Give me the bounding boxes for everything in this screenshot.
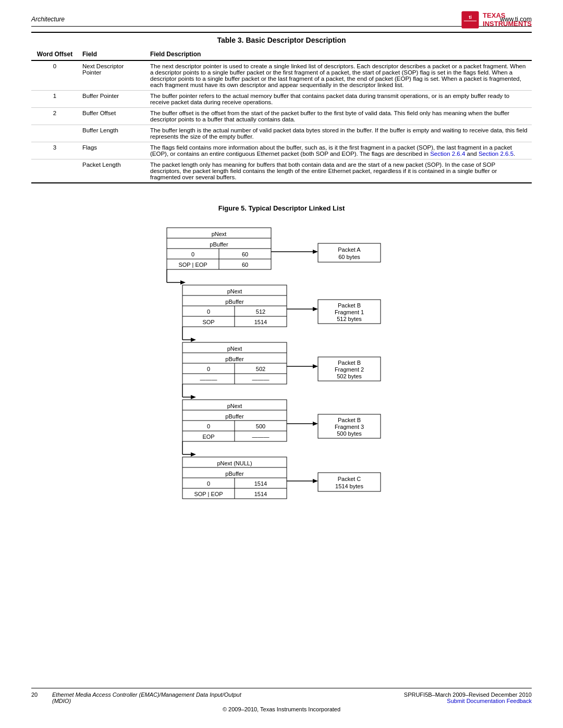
col-header-field: Field [78, 48, 146, 60]
descriptor-table: Word Offset Field Field Description 0 Ne… [31, 48, 532, 183]
desc-buffer-length: The buffer length is the actual number o… [146, 125, 532, 142]
offset-empty-1 [31, 125, 78, 142]
svg-marker-43 [191, 338, 196, 342]
figure-title: Figure 5. Typical Descriptor Linked List [31, 204, 532, 212]
col-header-description: Field Description [146, 48, 532, 60]
table-title: Table 3. Basic Descriptor Description [31, 32, 532, 44]
svg-text:512: 512 [256, 309, 265, 315]
svg-text:———: ——— [252, 434, 270, 440]
svg-text:pNext: pNext [227, 288, 242, 294]
footer-right: SPRUFI5B–March 2009–Revised December 201… [404, 692, 532, 704]
svg-text:60 bytes: 60 bytes [338, 254, 360, 260]
svg-text:512 bytes: 512 bytes [337, 316, 362, 322]
figure-section: Figure 5. Typical Descriptor Linked List… [31, 204, 532, 540]
header-left: Architecture [31, 16, 65, 23]
offset-empty-2 [31, 159, 78, 183]
ti-logo-text: TEXAS INSTRUMENTS [483, 11, 532, 28]
table-row: Buffer Length The buffer length is the a… [31, 125, 532, 142]
svg-text:———: ——— [200, 376, 217, 382]
svg-text:500 bytes: 500 bytes [337, 430, 362, 437]
footer-doc-info-line2: (MDIO) [52, 698, 241, 704]
svg-text:Packet C: Packet C [338, 476, 361, 482]
page: ti TEXAS INSTRUMENTS Architecture www.ti… [0, 0, 563, 728]
desc-flags: The flags field contains more informatio… [146, 142, 532, 159]
svg-text:pBuffer: pBuffer [210, 241, 228, 248]
svg-text:Packet A: Packet A [338, 246, 361, 253]
table-row: 1 Buffer Pointer The buffer pointer refe… [31, 91, 532, 108]
svg-text:pNext: pNext [212, 231, 227, 237]
desc-buffer-pointer: The buffer pointer refers to the actual … [146, 91, 532, 108]
svg-text:Fragment 2: Fragment 2 [335, 366, 364, 373]
footer-left: 20 Ethernet Media Access Controller (EMA… [31, 692, 241, 704]
svg-text:0: 0 [207, 480, 210, 487]
offset-3: 3 [31, 142, 78, 159]
svg-rect-0 [462, 11, 479, 28]
desc-packet-length: The packet length only has meaning for b… [146, 159, 532, 183]
footer-bottom: © 2009–2010, Texas Instruments Incorpora… [31, 706, 532, 712]
svg-text:———: ——— [252, 376, 270, 382]
svg-text:500: 500 [256, 423, 265, 429]
footer-feedback: Submit Documentation Feedback [404, 698, 532, 704]
footer-doc-info-line1: Ethernet Media Access Controller (EMAC)/… [52, 692, 241, 698]
table-row: Packet Length The packet length only has… [31, 159, 532, 183]
svg-marker-22 [180, 280, 186, 285]
svg-marker-78 [313, 422, 318, 426]
svg-text:pBuffer: pBuffer [225, 471, 244, 477]
svg-text:0: 0 [207, 366, 210, 372]
desc-buffer-offset: The buffer offset is the offset from the… [146, 108, 532, 125]
footer-doc-info: Ethernet Media Access Controller (EMAC)/… [52, 692, 241, 704]
svg-text:502 bytes: 502 bytes [337, 373, 362, 379]
svg-text:EOP: EOP [202, 434, 214, 440]
linked-list-diagram: pNext pBuffer 0 60 SOP | EOP 60 Packet A… [104, 223, 459, 540]
offset-1: 1 [31, 91, 78, 108]
svg-marker-57 [313, 364, 318, 368]
svg-text:Fragment 3: Fragment 3 [335, 424, 364, 430]
svg-text:502: 502 [256, 366, 265, 372]
svg-marker-64 [191, 395, 196, 399]
svg-text:0: 0 [207, 309, 210, 315]
field-packet-length: Packet Length [78, 159, 146, 183]
table-row: 2 Buffer Offset The buffer offset is the… [31, 108, 532, 125]
col-header-word-offset: Word Offset [31, 48, 78, 60]
table-section: Table 3. Basic Descriptor Description Wo… [31, 32, 532, 183]
svg-marker-99 [313, 479, 318, 483]
page-header: Architecture www.ti.com [31, 16, 532, 27]
submit-feedback-link[interactable]: Submit Documentation Feedback [447, 698, 532, 704]
svg-text:pBuffer: pBuffer [225, 356, 244, 362]
link-section-264[interactable]: Section 2.6.4 [430, 151, 465, 157]
field-flags: Flags [78, 142, 146, 159]
table-row: 3 Flags The flags field contains more in… [31, 142, 532, 159]
svg-text:1514 bytes: 1514 bytes [335, 483, 363, 489]
svg-text:pNext: pNext [227, 346, 242, 352]
ti-logo-line1: TEXAS [483, 11, 532, 20]
figure-container: pNext pBuffer 0 60 SOP | EOP 60 Packet A… [31, 223, 532, 540]
svg-marker-16 [313, 250, 318, 254]
desc-next-descriptor: The next descriptor pointer is used to c… [146, 60, 532, 91]
svg-text:pBuffer: pBuffer [225, 299, 244, 305]
svg-text:pBuffer: pBuffer [225, 413, 244, 419]
field-buffer-length: Buffer Length [78, 125, 146, 142]
field-next-descriptor: Next DescriptorPointer [78, 60, 146, 91]
svg-text:pNext (NULL): pNext (NULL) [217, 460, 252, 466]
svg-marker-85 [191, 452, 196, 456]
svg-text:60: 60 [242, 251, 248, 257]
svg-text:Packet B: Packet B [338, 360, 361, 366]
ti-logo-line2: INSTRUMENTS [483, 20, 532, 28]
svg-text:SOP: SOP [202, 319, 214, 325]
table-row: 0 Next DescriptorPointer The next descri… [31, 60, 532, 91]
svg-text:SOP | EOP: SOP | EOP [194, 491, 223, 497]
footer-main: 20 Ethernet Media Access Controller (EMA… [31, 692, 532, 704]
svg-text:ti: ti [469, 15, 472, 20]
field-buffer-offset: Buffer Offset [78, 108, 146, 125]
svg-text:0: 0 [207, 423, 210, 429]
ti-logo: ti TEXAS INSTRUMENTS [461, 10, 532, 29]
svg-marker-36 [313, 307, 318, 311]
link-section-265[interactable]: Section 2.6.5 [479, 151, 513, 157]
svg-text:pNext: pNext [227, 403, 242, 409]
ti-logo-icon: ti [461, 10, 480, 29]
svg-text:Packet B: Packet B [338, 417, 361, 423]
svg-text:Packet B: Packet B [338, 302, 361, 309]
footer-page-number: 20 [31, 692, 42, 698]
svg-text:Fragment 1: Fragment 1 [335, 309, 364, 315]
svg-text:1514: 1514 [254, 491, 267, 497]
